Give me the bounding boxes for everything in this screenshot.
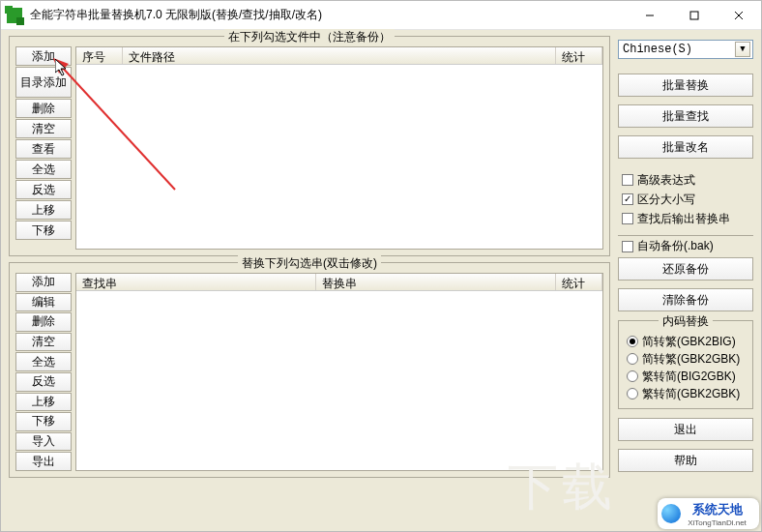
files-move-down-button[interactable]: 下移	[15, 221, 72, 240]
strings-col-stat[interactable]: 统计	[556, 274, 602, 290]
files-select-all-button[interactable]: 全选	[15, 160, 72, 179]
strings-add-button[interactable]: 添加	[15, 273, 72, 292]
strings-edit-button[interactable]: 编辑	[15, 293, 72, 312]
language-select[interactable]: Chinese(S) ▼	[618, 40, 753, 59]
files-col-index[interactable]: 序号	[76, 47, 123, 64]
checkbox-icon	[622, 213, 633, 224]
exit-button[interactable]: 退出	[618, 418, 753, 441]
checkbox-icon	[622, 174, 633, 186]
checkbox-checked-icon: ✓	[622, 193, 633, 205]
strings-delete-button[interactable]: 删除	[15, 312, 72, 332]
files-add-dir-button[interactable]: 目录添加	[15, 67, 72, 98]
app-icon	[7, 8, 22, 23]
batch-find-button[interactable]: 批量查找	[618, 104, 753, 128]
clear-backup-button[interactable]: 清除备份	[618, 288, 753, 311]
strings-group-label: 替换下列勾选串(双击修改)	[238, 255, 381, 272]
radio-checked-icon	[627, 336, 638, 347]
close-button[interactable]	[717, 1, 761, 29]
strings-invert-button[interactable]: 反选	[15, 372, 72, 392]
adv-regex-checkbox[interactable]: 高级表达式	[618, 171, 753, 189]
files-delete-button[interactable]: 删除	[15, 99, 72, 118]
window-title: 全能字符串批量替换机7.0 无限制版(替换/查找/抽取/改名)	[28, 7, 628, 23]
files-body[interactable]	[76, 65, 602, 249]
strings-move-down-button[interactable]: 下移	[15, 412, 72, 431]
strings-listview[interactable]: 查找串 替换串 统计	[75, 273, 603, 471]
strings-body[interactable]	[76, 291, 602, 470]
svg-rect-1	[690, 12, 698, 19]
title-bar: 全能字符串批量替换机7.0 无限制版(替换/查找/抽取/改名)	[1, 1, 761, 30]
strings-header: 查找串 替换串 统计	[76, 274, 602, 291]
strings-col-replace[interactable]: 替换串	[316, 274, 556, 290]
files-invert-button[interactable]: 反选	[15, 180, 72, 199]
strings-clear-button[interactable]: 清空	[15, 333, 72, 352]
enc-s2b-gbk2big-radio[interactable]: 简转繁(GBK2BIG)	[623, 333, 748, 350]
radio-icon	[627, 370, 638, 382]
enc-b2s-big2gbk-radio[interactable]: 繁转简(BIG2GBK)	[623, 368, 748, 385]
language-selected: Chinese(S)	[623, 43, 692, 56]
files-listview[interactable]: 序号 文件路径 统计	[75, 46, 603, 250]
files-header: 序号 文件路径 统计	[76, 47, 602, 65]
files-move-up-button[interactable]: 上移	[15, 200, 72, 220]
enc-b2s-gbk2gbk-radio[interactable]: 繁转简(GBK2GBK)	[623, 385, 748, 402]
help-button[interactable]: 帮助	[618, 449, 753, 472]
files-group: 在下列勾选文件中（注意备份） 添加 目录添加 删除 清空 查看 全选 反选 上移…	[9, 36, 610, 256]
encoding-group: 内码替换 简转繁(GBK2BIG) 简转繁(GBK2GBK) 繁转简(BIG2G…	[618, 320, 753, 409]
auto-backup-checkbox[interactable]: 自动备份(.bak)	[618, 235, 753, 252]
encoding-group-label: 内码替换	[659, 313, 713, 330]
strings-move-up-button[interactable]: 上移	[15, 393, 72, 412]
files-add-button[interactable]: 添加	[15, 46, 72, 66]
restore-backup-button[interactable]: 还原备份	[618, 257, 753, 281]
checkbox-icon	[622, 241, 633, 252]
files-view-button[interactable]: 查看	[15, 139, 72, 159]
files-col-path[interactable]: 文件路径	[123, 47, 556, 64]
enc-s2b-gbk2gbk-radio[interactable]: 简转繁(GBK2GBK)	[623, 350, 748, 368]
strings-group: 替换下列勾选串(双击修改) 添加 编辑 删除 清空 全选 反选 上移 下移 导入…	[9, 262, 610, 478]
radio-icon	[627, 388, 638, 399]
watermark-badge: 系统天地 XiTongTianDi.net	[658, 498, 759, 529]
files-clear-button[interactable]: 清空	[15, 119, 72, 138]
strings-select-all-button[interactable]: 全选	[15, 352, 72, 371]
watermark-line2: XiTongTianDi.net	[688, 518, 747, 527]
output-after-find-checkbox[interactable]: 查找后输出替换串	[618, 210, 753, 227]
radio-icon	[627, 353, 638, 365]
watermark-globe-icon	[661, 504, 681, 523]
strings-import-button[interactable]: 导入	[15, 432, 72, 452]
strings-export-button[interactable]: 导出	[15, 452, 72, 471]
batch-rename-button[interactable]: 批量改名	[618, 135, 753, 159]
files-group-label: 在下列勾选文件中（注意备份）	[224, 29, 395, 45]
maximize-button[interactable]	[672, 1, 717, 29]
files-col-stat[interactable]: 统计	[556, 47, 602, 64]
watermark-line1: 系统天地	[692, 501, 743, 518]
batch-replace-button[interactable]: 批量替换	[618, 74, 753, 97]
dropdown-arrow-icon: ▼	[735, 42, 750, 57]
strings-col-find[interactable]: 查找串	[76, 274, 316, 290]
minimize-button[interactable]	[628, 1, 672, 29]
case-sensitive-checkbox[interactable]: ✓ 区分大小写	[618, 191, 753, 208]
